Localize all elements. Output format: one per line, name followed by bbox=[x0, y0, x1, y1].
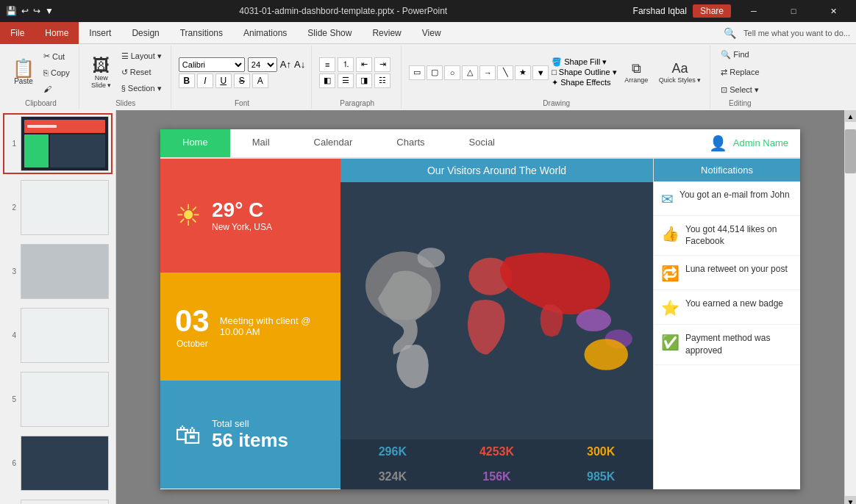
check-icon: ✅ bbox=[661, 334, 680, 351]
tab-file[interactable]: File bbox=[0, 22, 35, 44]
paragraph-label: Paragraph bbox=[319, 98, 395, 107]
find-button[interactable]: 🔍 Find bbox=[718, 48, 762, 62]
restore-button[interactable]: □ bbox=[777, 0, 810, 22]
clipboard-content: 📋 Paste ✂ Cut ⎘ Copy 🖌 bbox=[9, 47, 73, 98]
redo-icon[interactable]: ↪ bbox=[33, 6, 40, 16]
save-icon[interactable]: 💾 bbox=[6, 6, 17, 16]
email-icon: ✉ bbox=[661, 190, 674, 208]
share-button[interactable]: Share bbox=[693, 4, 731, 18]
drawing-group: ▭ ▢ ○ △ → ╲ ★ ▼ 🪣 Shape Fill ▾ □ Shape O… bbox=[403, 46, 710, 109]
arrow-button[interactable]: → bbox=[479, 65, 496, 80]
rect-button[interactable]: ▭ bbox=[409, 65, 425, 80]
nav-tab-mail[interactable]: Mail bbox=[230, 129, 292, 157]
tab-review[interactable]: Review bbox=[362, 22, 411, 44]
tab-view[interactable]: View bbox=[412, 22, 452, 44]
triangle-button[interactable]: △ bbox=[462, 65, 478, 80]
sell-label: Total sell bbox=[212, 418, 288, 429]
new-slide-button[interactable]: 🖼 NewSlide ▾ bbox=[87, 51, 116, 95]
slide-thumb-2[interactable]: 2 bbox=[3, 177, 113, 238]
nav-tab-calendar[interactable]: Calendar bbox=[292, 129, 375, 157]
align-right-button[interactable]: ◨ bbox=[356, 73, 372, 88]
admin-icon: 👤 bbox=[709, 134, 727, 152]
line-button[interactable]: ╲ bbox=[497, 65, 513, 80]
sun-icon: ☀ bbox=[175, 198, 201, 232]
meeting-description: Meeting with client @ 10.00 AM bbox=[220, 315, 326, 337]
align-left-button[interactable]: ◧ bbox=[319, 73, 335, 88]
slide-thumb-4[interactable]: 4 bbox=[3, 305, 113, 366]
shape-fill-button[interactable]: 🪣 Shape Fill ▾ bbox=[552, 57, 616, 67]
underline-button[interactable]: U bbox=[215, 73, 232, 88]
font-color-button[interactable]: A bbox=[252, 73, 268, 88]
nav-tab-social[interactable]: Social bbox=[447, 129, 517, 157]
strikethrough-button[interactable]: S bbox=[234, 73, 250, 88]
user-name: Farshad Iqbal bbox=[633, 6, 687, 16]
bold-button[interactable]: B bbox=[179, 73, 195, 88]
undo-icon[interactable]: ↩ bbox=[21, 6, 29, 16]
paragraph-content: ≡ ⒈ ⇤ ⇥ ◧ ☰ ◨ ☷ bbox=[319, 47, 395, 98]
slide-thumb-7[interactable]: 7 bbox=[3, 497, 113, 504]
tab-insert[interactable]: Insert bbox=[79, 22, 121, 44]
cut-button[interactable]: ✂ Cut bbox=[40, 49, 73, 64]
close-button[interactable]: ✕ bbox=[816, 0, 850, 22]
increase-indent-button[interactable]: ⇥ bbox=[374, 57, 390, 72]
vertical-scrollbar[interactable]: ▲ ▼ bbox=[844, 110, 856, 504]
select-button[interactable]: ⊡ Select ▾ bbox=[718, 83, 762, 98]
world-map bbox=[340, 182, 653, 439]
nav-tab-home[interactable]: Home bbox=[160, 129, 230, 157]
tab-home[interactable]: Home bbox=[35, 22, 79, 44]
search-icon[interactable]: 🔍 bbox=[724, 27, 736, 39]
nav-tab-charts[interactable]: Charts bbox=[374, 129, 446, 157]
notif-retweet-text: Luna retweet on your post bbox=[685, 263, 788, 276]
more-shapes-button[interactable]: ▼ bbox=[532, 65, 549, 80]
font-label: Font bbox=[179, 98, 305, 107]
paste-button[interactable]: 📋 Paste bbox=[9, 51, 38, 95]
slide-thumb-6[interactable]: 6 bbox=[3, 433, 113, 494]
italic-button[interactable]: I bbox=[197, 73, 213, 88]
format-painter-button[interactable]: 🖌 bbox=[40, 82, 73, 96]
shape-effects-button[interactable]: ✦ Shape Effects bbox=[552, 78, 616, 87]
replace-button[interactable]: ⇄ Replace bbox=[718, 65, 762, 80]
tab-transitions[interactable]: Transitions bbox=[170, 22, 233, 44]
main-area: 1 2 3 4 bbox=[0, 110, 856, 504]
tab-animations[interactable]: Animations bbox=[233, 22, 297, 44]
minimize-button[interactable]: ─ bbox=[737, 0, 771, 22]
copy-button[interactable]: ⎘ Copy bbox=[40, 65, 73, 80]
decrease-indent-button[interactable]: ⇤ bbox=[356, 57, 372, 72]
help-label[interactable]: Tell me what you want to do... bbox=[743, 29, 850, 37]
numbering-button[interactable]: ⒈ bbox=[338, 57, 354, 72]
oval-button[interactable]: ○ bbox=[444, 65, 460, 80]
star-button[interactable]: ★ bbox=[515, 65, 531, 80]
meeting-day: 03 bbox=[175, 303, 210, 339]
decrease-font-button[interactable]: A↓ bbox=[294, 59, 305, 70]
stat-3: 300K bbox=[549, 439, 653, 464]
arrange-icon: ⧉ bbox=[632, 61, 641, 76]
section-button[interactable]: § Section ▾ bbox=[118, 82, 165, 96]
layout-button[interactable]: ☰ Layout ▾ bbox=[118, 49, 165, 64]
svg-point-3 bbox=[576, 309, 611, 331]
bullets-button[interactable]: ≡ bbox=[319, 57, 335, 72]
tab-slideshow[interactable]: Slide Show bbox=[297, 22, 362, 44]
quick-styles-button[interactable]: Aa Quick Styles ▾ bbox=[656, 54, 705, 91]
location: New York, USA bbox=[212, 222, 272, 232]
notif-badge: ⭐ You earned a new badge bbox=[654, 290, 800, 325]
increase-font-button[interactable]: A↑ bbox=[280, 59, 291, 70]
slide-preview-6 bbox=[21, 436, 109, 491]
reset-button[interactable]: ↺ Reset bbox=[118, 65, 165, 80]
slide-thumb-3[interactable]: 3 bbox=[3, 241, 113, 302]
arrange-button[interactable]: ⧉ Arrange bbox=[620, 54, 653, 91]
rounded-rect-button[interactable]: ▢ bbox=[427, 65, 443, 80]
customize-icon[interactable]: ▼ bbox=[45, 6, 54, 16]
slides-group: 🖼 NewSlide ▾ ☰ Layout ▾ ↺ Reset § Sectio… bbox=[81, 46, 171, 109]
center-column: Our Visitors Around The World bbox=[340, 159, 653, 489]
cut-icon: ✂ bbox=[43, 51, 50, 61]
tab-design[interactable]: Design bbox=[121, 22, 169, 44]
font-size-select[interactable]: 24 bbox=[248, 57, 277, 72]
slide-thumb-5[interactable]: 5 bbox=[3, 369, 113, 430]
align-center-button[interactable]: ☰ bbox=[338, 73, 354, 88]
app-title: 4031-01-admin-dashbord-template.pptx - P… bbox=[54, 6, 633, 16]
font-family-select[interactable]: Calibri bbox=[179, 57, 245, 72]
slide-thumb-1[interactable]: 1 bbox=[3, 113, 113, 174]
stat-4: 324K bbox=[340, 464, 445, 489]
justify-button[interactable]: ☷ bbox=[374, 73, 390, 88]
shape-outline-button[interactable]: □ Shape Outline ▾ bbox=[552, 68, 616, 77]
